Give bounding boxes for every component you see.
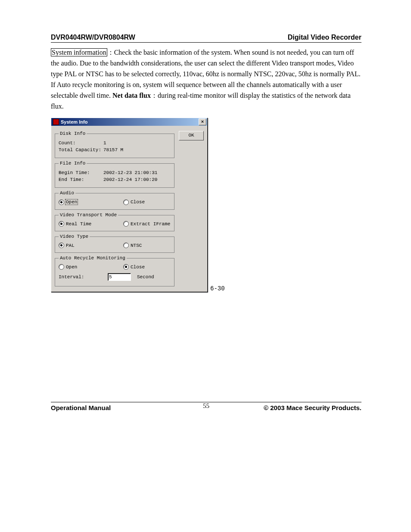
disk-info-group: Disk Info Count: 1 Total Capacity: 78157…: [55, 131, 174, 158]
arm-close-radio[interactable]: Close: [123, 264, 171, 270]
dialog-title: System Info: [61, 119, 87, 124]
arm-close-label: Close: [131, 264, 145, 270]
video-transport-mode-group: Video Transport Mode Real Time Extract I…: [55, 212, 174, 231]
radio-icon: [123, 243, 129, 248]
colon: ：: [107, 49, 114, 56]
vtm-extract-label: Extract IFrame: [131, 221, 170, 227]
ok-button[interactable]: OK: [179, 131, 204, 140]
vtm-legend: Video Transport Mode: [59, 212, 118, 218]
video-type-legend: Video Type: [59, 234, 90, 239]
close-button[interactable]: ×: [199, 118, 206, 125]
vtm-realtime-radio[interactable]: Real Time: [59, 221, 106, 227]
radio-icon: [59, 243, 64, 248]
figure-caption: 6-30: [210, 285, 225, 292]
video-type-pal-radio[interactable]: PAL: [59, 243, 106, 248]
audio-group: Audio Open Close: [55, 190, 174, 210]
page-header: DVR0404RW/DVR0804RW Digital Video Record…: [51, 34, 361, 43]
file-info-group: File Info Begin Time: 2002-12-23 21:00:3…: [55, 161, 174, 188]
video-type-pal-label: PAL: [66, 243, 75, 248]
file-info-legend: File Info: [59, 161, 87, 166]
close-icon: ×: [201, 119, 204, 124]
radio-icon: [59, 221, 64, 227]
capacity-label: Total Capacity:: [59, 147, 102, 152]
titlebar[interactable]: System Info ×: [51, 118, 207, 126]
audio-open-radio[interactable]: Open: [59, 199, 106, 205]
auto-recycle-group: Auto Recycle Monitoring Open Close: [55, 255, 174, 286]
end-time-value: 2002-12-24 17:00:20: [103, 177, 157, 182]
disk-info-legend: Disk Info: [59, 131, 87, 136]
interval-label: Interval:: [59, 274, 106, 280]
audio-close-radio[interactable]: Close: [123, 199, 171, 205]
app-icon: [53, 119, 59, 125]
radio-icon: [123, 264, 129, 270]
capacity-value: 78157 M: [103, 147, 123, 152]
begin-time-value: 2002-12-23 21:00:31: [103, 170, 157, 175]
page-footer: Operational Manual 55 © 2003 Mace Securi…: [51, 402, 361, 411]
begin-time-label: Begin Time:: [59, 170, 102, 175]
system-info-dialog: System Info × Disk Info Count: 1 To: [51, 118, 208, 292]
vtm-realtime-label: Real Time: [66, 221, 91, 227]
footer-left: Operational Manual: [51, 404, 111, 411]
radio-icon: [123, 199, 129, 205]
colon: ：: [151, 92, 158, 99]
footer-right: © 2003 Mace Security Products.: [264, 404, 361, 411]
vtm-extract-radio[interactable]: Extract IFrame: [123, 221, 171, 227]
end-time-label: End Time:: [59, 177, 102, 182]
system-information-label: System information: [51, 48, 107, 56]
audio-legend: Audio: [59, 190, 75, 196]
audio-open-label: Open: [65, 199, 78, 205]
net-data-flux-label: Net data flux: [112, 92, 151, 99]
video-type-ntsc-label: NTSC: [131, 243, 142, 248]
count-label: Count:: [59, 140, 102, 146]
interval-input[interactable]: 5: [108, 273, 131, 281]
video-type-group: Video Type PAL NTSC: [55, 234, 174, 253]
radio-icon: [59, 264, 64, 270]
radio-icon: [123, 221, 129, 227]
footer-page-number: 55: [203, 402, 209, 410]
count-value: 1: [103, 140, 106, 146]
video-type-ntsc-radio[interactable]: NTSC: [123, 243, 171, 248]
header-right: Digital Video Recorder: [288, 34, 361, 41]
arm-open-label: Open: [66, 264, 77, 270]
header-left: DVR0404RW/DVR0804RW: [51, 34, 135, 41]
auto-recycle-legend: Auto Recycle Monitoring: [59, 255, 127, 261]
radio-icon: [59, 199, 64, 205]
interval-unit: Second: [137, 274, 154, 280]
body-paragraph: System information：Check the basic infor…: [51, 47, 361, 112]
arm-open-radio[interactable]: Open: [59, 264, 106, 270]
audio-close-label: Close: [131, 199, 145, 205]
